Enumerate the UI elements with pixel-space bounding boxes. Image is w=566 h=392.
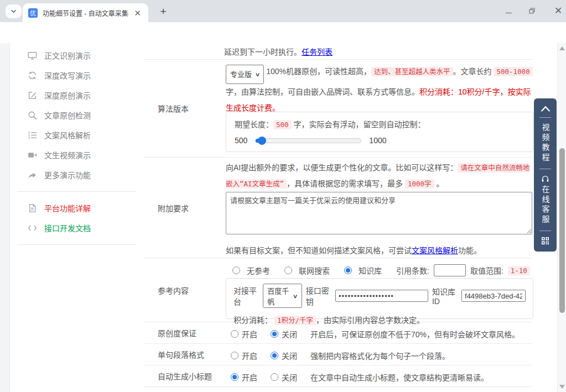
select-value: 百度千帆 xyxy=(267,285,289,306)
sidebar-item-originality-check[interactable]: 文章原创检测 xyxy=(11,105,142,125)
algorithm-version-row: 算法版本 专业版∨ 100%机器原创，可读性超高，达到、甚至超越人类水平。文章长… xyxy=(144,60,532,158)
video-icon xyxy=(28,150,37,160)
sidebar-item-platform-guide[interactable]: 平台功能详解 xyxy=(11,198,142,218)
toolbar-divider xyxy=(539,117,551,118)
extra-requirements-textarea[interactable]: 请根据文章主题写一篇关于优采云的使用建议和分享 xyxy=(226,192,532,234)
platform-select[interactable]: 百度千帆∨ xyxy=(263,284,302,308)
new-tab-button[interactable]: + xyxy=(157,5,170,18)
back-to-top-icon[interactable] xyxy=(541,105,551,112)
refresh-icon xyxy=(28,71,37,80)
headset-icon[interactable] xyxy=(541,175,549,183)
radio-originality-on[interactable] xyxy=(231,330,238,338)
online-service-button[interactable]: 在线客服 xyxy=(542,185,549,225)
sidebar-item-label: 文案风格解析 xyxy=(44,129,91,140)
field-label: 自动生成小标题 xyxy=(158,370,212,381)
sidebar-item-label: 更多演示功能 xyxy=(44,169,91,180)
qr-code-icon[interactable] xyxy=(541,237,549,245)
sidebar-item-label: 深度改写演示 xyxy=(44,70,91,81)
tab-list-button[interactable] xyxy=(6,4,22,18)
field-label: 原创度保证 xyxy=(158,327,196,338)
document-icon xyxy=(28,203,37,213)
sidebar-item-text-to-video[interactable]: 文生视频演示 xyxy=(11,145,142,165)
tab-strip: 优 功能细节设置 - 自动文章采集器 ✕ + ✕ xyxy=(0,0,566,22)
window-minimize-button[interactable] xyxy=(506,13,512,13)
style-analysis-link[interactable]: 文案风格解析 xyxy=(412,246,458,255)
chevron-down-icon: ∨ xyxy=(255,66,261,82)
sidebar-item-label: 深度原创演示 xyxy=(44,90,91,101)
edit-icon xyxy=(28,91,37,100)
field-label: 算法版本 xyxy=(158,103,189,114)
sidebar-divider xyxy=(17,191,136,192)
radio-subtitle-off[interactable] xyxy=(271,373,278,381)
sidebar: 正文识别演示 深度改写演示 深度原创演示 文章原创检测 文案风格解析 文生视频演… xyxy=(11,45,142,251)
video-tutorial-button[interactable]: 视频教程 xyxy=(542,123,549,163)
expected-length-box: 期望长度：500 字，实际会有浮动，留空则自动控制： 500 1000 xyxy=(226,112,533,152)
select-value: 专业版 xyxy=(230,66,252,82)
sidebar-item-deep-original[interactable]: 深度原创演示 xyxy=(11,85,142,105)
slider-min-label: 500 xyxy=(235,136,247,145)
radio-knowledge-base[interactable] xyxy=(344,266,352,274)
monitor-icon xyxy=(28,51,37,60)
page-left-margin xyxy=(0,43,10,392)
browser-tab[interactable]: 优 功能细节设置 - 自动文章采集器 ✕ xyxy=(23,3,148,22)
length-slider[interactable] xyxy=(255,138,361,143)
window-close-button[interactable]: ✕ xyxy=(554,5,563,17)
search-icon xyxy=(28,111,37,120)
sidebar-item-label: 文生视频演示 xyxy=(44,149,91,160)
toolbar-divider xyxy=(539,231,551,231)
floating-side-toolbar: 视频教程 在线客服 xyxy=(534,98,557,252)
sidebar-item-body-recognition[interactable]: 正文识别演示 xyxy=(11,45,142,65)
radio-paragraph-on[interactable] xyxy=(231,352,238,359)
chevron-down-icon: ∨ xyxy=(293,293,298,299)
api-key-input[interactable] xyxy=(335,290,428,302)
browser-toolbar: ucaiyun.com/caiji/settings/ 井 xyxy=(0,22,566,43)
page-content: 正文识别演示 深度改写演示 深度原创演示 文章原创检测 文案风格解析 文生视频演… xyxy=(0,43,566,392)
toggle-description: 开启后，可保证原创度不低于70%，但有时会破坏文章风格。 xyxy=(310,328,520,339)
originality-guarantee-row: 原创度保证 开启 关闭 开启后，可保证原创度不低于70%，但有时会破坏文章风格。 xyxy=(144,322,532,344)
notice-row: 延迟到下一小时执行。任务列表 xyxy=(144,43,532,60)
task-list-link[interactable]: 任务列表 xyxy=(302,48,333,56)
radio-subtitle-on[interactable] xyxy=(231,373,238,381)
sidebar-item-label: 正文识别演示 xyxy=(44,50,91,61)
slider-thumb[interactable] xyxy=(258,137,266,145)
tab-close-icon[interactable]: ✕ xyxy=(132,8,143,18)
scroll-up-arrow[interactable] xyxy=(559,46,565,50)
toggle-description: 在文章中自动生成小标题，使文章结构更清晰易读。 xyxy=(310,372,489,383)
field-label: 单句段落格式 xyxy=(158,349,204,360)
expected-length-text: 期望长度：500 字，实际会有浮动，留空则自动控制： xyxy=(235,118,525,129)
sidebar-item-label: 接口开发文档 xyxy=(44,222,91,233)
notice-text: 延迟到下一小时执行。 xyxy=(224,48,302,56)
quote-count-input[interactable] xyxy=(434,264,466,276)
extra-requirements-row: 附加要求 向AI提出额外的要求，以便生成更个性化的文章。比如可以这样写：请在文章… xyxy=(144,158,532,258)
sidebar-item-deep-rewrite[interactable]: 深度改写演示 xyxy=(11,65,142,85)
field-label: 参考内容 xyxy=(158,285,189,296)
tab-title: 功能细节设置 - 自动文章采集器 xyxy=(43,8,129,18)
style-analysis-note: 如果有目标文案，但不知道如何描述文案风格，可尝试文案风格解析功能。 xyxy=(226,244,481,255)
ordered-list-icon xyxy=(28,130,37,140)
sidebar-divider xyxy=(17,244,136,245)
sidebar-item-label: 平台功能详解 xyxy=(44,202,91,213)
code-icon xyxy=(28,223,37,233)
sidebar-item-more-demos[interactable]: 更多演示功能 xyxy=(11,165,142,185)
sidebar-item-style-analysis[interactable]: 文案风格解析 xyxy=(11,125,142,145)
page-scrollbar[interactable] xyxy=(557,43,566,392)
knowledge-base-id-input[interactable] xyxy=(461,290,526,302)
scroll-down-arrow[interactable] xyxy=(559,385,565,389)
knowledge-base-box: 对接平台 百度千帆∨ 接口密钥 知识库ID 积分消耗： 1积分/千字，由实际引用… xyxy=(226,278,533,319)
algorithm-version-select[interactable]: 专业版∨ xyxy=(226,65,264,84)
radio-web-search[interactable] xyxy=(284,266,292,274)
sidebar-item-api-docs[interactable]: 接口开发文档 xyxy=(11,218,142,238)
site-favicon: 优 xyxy=(28,8,38,18)
scrollbar-thumb[interactable] xyxy=(559,148,565,313)
algorithm-description: 专业版∨ 100%机器原创，可读性超高，达到、甚至超越人类水平。文章长约 500… xyxy=(226,64,533,116)
field-label: 附加要求 xyxy=(158,202,189,213)
radio-originality-off[interactable] xyxy=(271,330,278,338)
radio-paragraph-off[interactable] xyxy=(271,352,278,359)
extra-requirements-description: 向AI提出额外的要求，以便生成更个性化的文章。比如可以这样写：请在文章中自然流畅… xyxy=(226,160,533,192)
auto-subtitle-row: 自动生成小标题 开启 关闭 在文章中自动生成小标题，使文章结构更清晰易读。 xyxy=(144,365,532,387)
settings-form: 延迟到下一小时执行。任务列表 算法版本 专业版∨ 100%机器原创，可读性超高，… xyxy=(144,43,532,392)
sidebar-item-label: 文章原创检测 xyxy=(44,109,91,121)
chevron-down-icon xyxy=(11,8,17,14)
window-restore-button[interactable] xyxy=(528,7,537,14)
radio-no-reference[interactable] xyxy=(232,266,240,274)
